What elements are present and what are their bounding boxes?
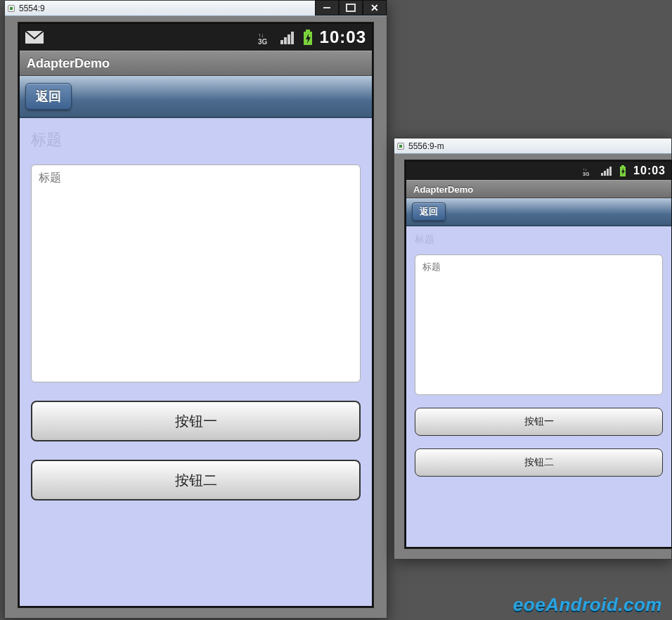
window-minimize-button[interactable] <box>315 0 339 15</box>
window-title: 5554:9 <box>19 4 45 13</box>
network-3g-icon: ↑↓3G <box>583 166 594 176</box>
svg-rect-5 <box>287 34 290 44</box>
app-navbar: 返回 <box>20 76 372 118</box>
emulator-window-primary: 5554:9 ✕ ↑↓3G <box>4 0 387 619</box>
battery-charging-icon <box>303 30 313 45</box>
window-icon <box>397 143 404 150</box>
svg-text:3G: 3G <box>583 172 590 176</box>
window-maximize-button[interactable] <box>339 0 363 15</box>
app-navbar: 返回 <box>406 198 671 226</box>
title-field-label: 标题 <box>406 226 671 249</box>
svg-text:3G: 3G <box>258 38 268 44</box>
svg-rect-14 <box>607 169 609 176</box>
device-frame: ↑↓3G 10:03 AdapterDemo 返回 标题 <box>405 160 672 548</box>
emulator-surface: ↑↓3G 10:03 AdapterDemo 返回 标题 <box>404 160 672 549</box>
app-title-text: AdapterDemo <box>413 184 473 195</box>
emulator-surface: ↑↓3G 10:03 AdapterDemo 返回 标题 <box>18 22 374 608</box>
app-title-bar: AdapterDemo <box>20 51 372 76</box>
button-two[interactable]: 按钮二 <box>31 460 361 500</box>
app-title-text: AdapterDemo <box>27 56 110 71</box>
button-one[interactable]: 按钮一 <box>415 408 663 436</box>
window-icon <box>8 5 15 12</box>
svg-rect-12 <box>601 173 603 176</box>
battery-charging-icon <box>619 165 626 176</box>
status-clock: 10:03 <box>320 27 366 47</box>
network-3g-icon: ↑↓3G <box>258 30 273 44</box>
window-titlebar[interactable]: 5554:9 ✕ <box>5 1 387 16</box>
svg-rect-15 <box>609 167 612 176</box>
button-one[interactable]: 按钮一 <box>31 401 361 441</box>
svg-rect-3 <box>280 40 283 44</box>
app-content: 标题 按钮一 按钮二 <box>406 226 671 547</box>
back-button[interactable]: 返回 <box>25 83 72 110</box>
window-titlebar[interactable]: 5556:9-m <box>394 138 671 154</box>
window-title: 5556:9-m <box>408 141 444 151</box>
status-clock: 10:03 <box>633 164 666 177</box>
window-close-button[interactable]: ✕ <box>363 0 387 15</box>
svg-rect-16 <box>621 165 624 167</box>
mail-icon <box>25 31 44 44</box>
emulator-window-secondary: 5556:9-m ↑↓3G 10:03 <box>394 138 672 560</box>
signal-icon <box>601 166 612 176</box>
watermark-text: eoeAndroid.com <box>513 594 662 616</box>
signal-icon <box>280 30 296 44</box>
title-input[interactable] <box>31 164 361 382</box>
app-content: 标题 按钮一 按钮二 <box>20 118 372 606</box>
svg-rect-4 <box>284 37 287 44</box>
title-field-label: 标题 <box>20 118 372 155</box>
svg-rect-7 <box>306 30 310 32</box>
android-status-bar: ↑↓3G 10:03 <box>20 24 372 51</box>
svg-rect-6 <box>291 32 294 44</box>
app-title-bar: AdapterDemo <box>406 180 671 198</box>
android-status-bar: ↑↓3G 10:03 <box>406 162 671 180</box>
title-input[interactable] <box>415 254 663 395</box>
button-two[interactable]: 按钮二 <box>415 448 663 477</box>
back-button[interactable]: 返回 <box>412 202 446 221</box>
device-frame: ↑↓3G 10:03 AdapterDemo 返回 标题 <box>18 22 373 607</box>
svg-rect-13 <box>604 171 606 176</box>
